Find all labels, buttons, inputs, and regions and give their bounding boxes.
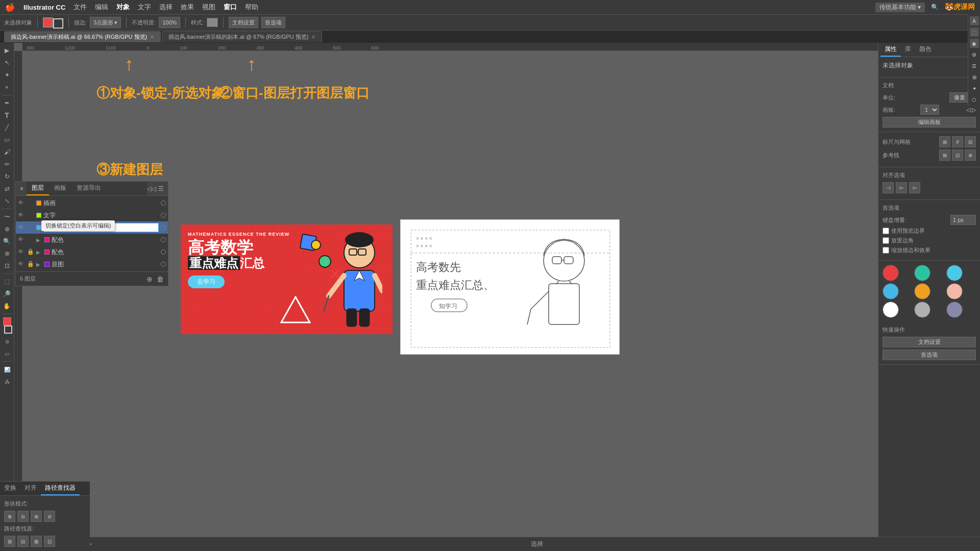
menu-file[interactable]: 文件 <box>74 3 87 12</box>
layer-circle-peise1[interactable] <box>161 237 166 242</box>
layer-row-peise2[interactable]: 👁 🔒 ▶ 配色 <box>16 246 168 258</box>
delete-layer-btn[interactable]: 🗑 <box>157 275 164 283</box>
swatch-purple[interactable] <box>946 302 963 318</box>
keyboard-increment-input[interactable] <box>950 215 976 225</box>
expand-peise2[interactable]: ▶ <box>36 249 42 255</box>
stroke-color-swatch[interactable] <box>4 325 12 334</box>
unite-btn[interactable]: ⊕ <box>4 511 15 522</box>
warp-tool[interactable]: 〜 <box>2 211 13 222</box>
ruler-icon-2[interactable]: # <box>952 136 963 147</box>
reflect-tool[interactable]: ⇄ <box>2 183 13 194</box>
color-mode-none[interactable]: ⊘ <box>2 336 13 347</box>
layer-circle-illustration[interactable] <box>161 201 166 206</box>
align-tab[interactable]: 对齐 <box>20 482 41 495</box>
line-tool[interactable]: ╱ <box>2 122 13 133</box>
lock-peise2[interactable]: 🔒 <box>27 248 34 256</box>
swatch-blue[interactable] <box>946 265 963 281</box>
panel-icon-2[interactable]: ⬚ <box>970 28 979 37</box>
round-checkbox[interactable] <box>883 237 889 244</box>
swatch-red[interactable] <box>883 265 899 281</box>
eye-original[interactable]: 👁 <box>18 261 25 268</box>
ruler-icon-3[interactable]: ⊟ <box>965 136 976 147</box>
menu-object[interactable]: 对象 <box>116 3 130 12</box>
tab-1-close[interactable]: ✕ <box>150 34 154 40</box>
quick-preferences-btn[interactable]: 首选项 <box>883 349 976 360</box>
swatch-orange[interactable] <box>914 283 930 299</box>
hand-tool[interactable]: ✋ <box>2 300 13 312</box>
canvas-area[interactable]: 300120011000100200300400500600 ①对象-锁定-所选… <box>14 43 878 537</box>
eye-illustration[interactable]: 👁 <box>18 199 25 207</box>
apple-menu[interactable]: 🍎 <box>5 3 15 12</box>
width-tool[interactable]: ⊕ <box>2 223 13 235</box>
zoom-tool[interactable]: 🔎 <box>2 288 13 299</box>
ruler-icon-1[interactable]: ⊞ <box>939 136 950 147</box>
swatch-gray[interactable] <box>914 302 930 318</box>
lasso-tool[interactable]: ⌖ <box>2 82 13 93</box>
guide-icon-3[interactable]: ⊛ <box>965 149 976 161</box>
swatch-lightblue[interactable] <box>883 283 899 299</box>
smooth-checkbox[interactable] <box>883 247 889 254</box>
eyedropper-tool[interactable]: 🔍 <box>2 236 13 247</box>
scale-tool[interactable]: ⤡ <box>2 195 13 207</box>
rp-tab-color[interactable]: 颜色 <box>915 43 936 57</box>
lp-tab-layers[interactable]: 图层 <box>27 182 49 195</box>
canvas-content[interactable]: ①对象-锁定-所选对象 ②窗口-图层打开图层窗口 ↑ ↑ ③新建图层 ↙ MAT… <box>22 51 878 537</box>
tab-2-close[interactable]: ✕ <box>311 34 315 40</box>
layer-row-text[interactable]: 👁 文字 <box>16 209 168 221</box>
menu-edit[interactable]: 编辑 <box>95 3 108 12</box>
pf-btn4[interactable]: ⊡ <box>44 536 55 547</box>
panel-icon-5[interactable]: ☰ <box>970 61 979 70</box>
fill-color-btn[interactable] <box>43 17 53 28</box>
layer-circle-peise2[interactable] <box>161 249 166 255</box>
exclude-btn[interactable]: ⊘ <box>44 511 55 522</box>
menu-view[interactable]: 视图 <box>202 3 215 12</box>
swatch-peach[interactable] <box>946 283 963 299</box>
minus-btn[interactable]: ⊖ <box>17 511 29 522</box>
magic-wand-tool[interactable]: ✦ <box>2 69 13 81</box>
pf-btn2[interactable]: ⊟ <box>17 536 29 547</box>
opacity-input[interactable]: 100% <box>159 17 180 28</box>
artboard-select[interactable]: 1 <box>920 105 939 115</box>
lock-editing[interactable] <box>27 224 34 231</box>
edit-artboard-btn[interactable]: 编辑画板 <box>883 117 976 128</box>
rotate-tool[interactable]: ↻ <box>2 171 13 182</box>
panel-icon-8[interactable]: ⬡ <box>970 95 979 104</box>
new-layer-btn[interactable]: ⊕ <box>146 275 153 283</box>
align-right[interactable]: ⊢ <box>909 182 920 193</box>
lock-text[interactable] <box>27 212 34 219</box>
align-left[interactable]: ⊣ <box>883 182 894 193</box>
fill-color-swatch[interactable] <box>3 317 11 325</box>
swatch-green[interactable] <box>914 265 930 281</box>
layer-circle-text[interactable] <box>161 213 166 218</box>
artboard-arrows[interactable]: ◁ ▷ <box>966 107 976 113</box>
eye-text[interactable]: 👁 <box>18 212 25 219</box>
layer-panel-close[interactable]: × <box>20 185 23 192</box>
lp-tab-export[interactable]: 资源导出 <box>71 182 106 195</box>
direct-select-tool[interactable]: ↖ <box>2 57 13 68</box>
panel-collapse[interactable]: ◁◁ <box>147 185 156 192</box>
panel-icon-7[interactable]: ✦ <box>970 84 979 93</box>
align-center-h[interactable]: ⊢ <box>896 182 907 193</box>
pf-btn3[interactable]: ⊠ <box>31 536 42 547</box>
stroke-color-btn[interactable] <box>53 18 63 29</box>
symbol-sprayer[interactable]: ⁂ <box>2 376 13 387</box>
shape-tool[interactable]: ▭ <box>2 134 13 145</box>
transform-tab[interactable]: 变换 <box>0 482 20 495</box>
menu-effect[interactable]: 效果 <box>181 3 194 12</box>
search-icon[interactable]: 🔍 <box>931 4 939 11</box>
layer-circle-editing[interactable] <box>161 225 166 230</box>
menu-select[interactable]: 选择 <box>159 3 173 12</box>
style-selector[interactable] <box>207 18 218 27</box>
menu-help[interactable]: 帮助 <box>245 3 258 12</box>
lock-original[interactable]: 🔒 <box>27 261 34 268</box>
snap-checkbox[interactable] <box>883 228 889 234</box>
blend-tool[interactable]: ⊗ <box>2 248 13 259</box>
rp-tab-library[interactable]: 库 <box>901 43 915 57</box>
swatch-white[interactable] <box>883 302 899 318</box>
lock-peise1[interactable] <box>27 236 34 243</box>
artboard-tool[interactable]: ⬚ <box>2 276 13 287</box>
panel-icon-6[interactable]: ⊞ <box>970 72 979 82</box>
graph-tool[interactable]: 📊 <box>2 364 13 375</box>
workspace-selector[interactable]: 传统基本功能 ▾ <box>875 3 925 12</box>
layer-circle-original[interactable] <box>161 262 166 267</box>
